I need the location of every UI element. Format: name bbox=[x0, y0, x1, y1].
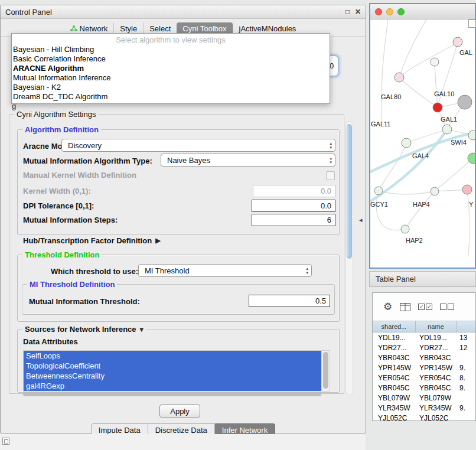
desktop: Control Panel □ ✕ Network Style Select bbox=[0, 0, 476, 450]
network-edge[interactable] bbox=[435, 62, 438, 107]
network-view-button[interactable] bbox=[468, 19, 476, 28]
network-node[interactable] bbox=[462, 185, 472, 194]
popup-item[interactable]: Mutual Information Inference bbox=[12, 73, 330, 83]
popup-item[interactable]: Basic Correlation Inference bbox=[12, 54, 330, 64]
mi-steps-field[interactable]: 6 bbox=[252, 214, 335, 226]
scrollbar-thumb[interactable] bbox=[347, 124, 352, 259]
network-node[interactable] bbox=[453, 37, 462, 47]
table-row[interactable]: YDR27...YDR27...12 bbox=[373, 343, 475, 353]
table-cell: 9. bbox=[457, 384, 475, 392]
popup-item[interactable]: Dream8 DC_TDC Algorithm bbox=[12, 92, 330, 102]
table-row[interactable]: YJL052CYJL052C bbox=[373, 413, 475, 421]
group-title: Cyni Algorithm Settings bbox=[14, 110, 98, 119]
network-edge[interactable] bbox=[399, 19, 426, 77]
column-header[interactable] bbox=[457, 321, 475, 332]
table-cell: YBR043C bbox=[416, 354, 457, 362]
network-edge[interactable] bbox=[382, 19, 388, 123]
table-panel-titlebar[interactable]: Table Panel bbox=[369, 271, 476, 287]
network-canvas[interactable]: GALGAL80GAL10GAL11GAL1SWI4GAL4GCY1HAP4YH… bbox=[370, 19, 475, 268]
popup-placeholder-item[interactable]: Select algorithm to view settings bbox=[12, 35, 330, 45]
field-value: 6 bbox=[327, 216, 331, 224]
network-node[interactable] bbox=[431, 187, 439, 195]
table-row[interactable]: YLR345WYLR345W9. bbox=[373, 403, 475, 413]
table-panel-title: Table Panel bbox=[376, 275, 416, 283]
kernel-width-field[interactable]: 0.0 bbox=[253, 185, 335, 197]
table-row[interactable]: YER054CYER054C8. bbox=[373, 373, 475, 383]
manual-kernel-width-checkbox[interactable] bbox=[326, 171, 335, 180]
network-edge[interactable] bbox=[405, 191, 435, 229]
minimize-traffic-light[interactable] bbox=[386, 8, 393, 15]
mi-algorithm-type-combo[interactable]: Naive Bayes ▴▾ bbox=[161, 154, 335, 167]
table-options-gear-icon[interactable]: ⚙ bbox=[383, 302, 392, 312]
network-node[interactable] bbox=[433, 103, 442, 112]
table-cell: YJL052C bbox=[416, 414, 457, 422]
table-row[interactable]: YBR045CYBR045C9. bbox=[373, 383, 475, 393]
list-item[interactable]: BetweennessCentrality bbox=[24, 371, 330, 381]
bottom-strip bbox=[0, 434, 366, 450]
list-horizontal-scrollbar[interactable] bbox=[23, 392, 330, 396]
hub-definition-toggle[interactable]: Hub/Transcription Factor Definition ▶ bbox=[23, 236, 161, 245]
float-window-icon[interactable]: □ bbox=[345, 8, 350, 16]
data-attributes-label: Data Attributes bbox=[23, 337, 78, 346]
network-edge[interactable] bbox=[376, 191, 405, 230]
zoom-traffic-light[interactable] bbox=[397, 8, 405, 15]
network-edge[interactable] bbox=[467, 190, 470, 256]
table-row[interactable]: YBR043CYBR043C bbox=[373, 353, 475, 363]
table-cell: YER054C bbox=[416, 374, 457, 382]
deselect-all-icon[interactable] bbox=[440, 304, 454, 310]
table-cell: YDR27... bbox=[416, 344, 457, 352]
apply-button[interactable]: Apply bbox=[159, 404, 200, 418]
list-item[interactable]: TopologicalCoefficient bbox=[24, 361, 330, 371]
network-node-label: GAL10 bbox=[434, 90, 454, 97]
list-item[interactable]: SelfLoops bbox=[24, 351, 330, 361]
network-node[interactable] bbox=[374, 187, 383, 195]
popup-item[interactable]: Bayesian - Hill Climbing bbox=[12, 45, 330, 54]
table-cell: YJL052C bbox=[373, 414, 416, 422]
mi-threshold-label: Mutual Information Threshold: bbox=[29, 297, 140, 306]
column-header[interactable]: name bbox=[416, 321, 457, 332]
network-node[interactable] bbox=[431, 58, 439, 66]
popup-item[interactable]: ARACNE Algorithm bbox=[12, 64, 330, 73]
table-panel: ⚙ ✓✓ shared... name YDL19...YDL19...13YD… bbox=[372, 292, 476, 421]
network-edge[interactable] bbox=[399, 77, 438, 107]
mi-threshold-field[interactable]: 0.5 bbox=[249, 295, 330, 307]
column-header[interactable]: shared... bbox=[373, 321, 416, 332]
combo-value: Discovery bbox=[68, 141, 102, 150]
table-row[interactable]: YPR145WYPR145W9. bbox=[373, 363, 475, 373]
dpi-tolerance-field[interactable]: 0.0 bbox=[252, 200, 335, 212]
control-panel-titlebar[interactable]: Control Panel □ ✕ bbox=[1, 5, 366, 19]
manual-kernel-width-label: Manual Kernel Width Definition bbox=[23, 171, 136, 180]
network-view-window: GALGAL80GAL10GAL11GAL1SWI4GAL4GCY1HAP4YH… bbox=[369, 3, 476, 269]
sources-toggle[interactable]: Sources for Network Inference ▼ bbox=[22, 325, 147, 334]
select-all-icon[interactable]: ✓✓ bbox=[418, 304, 432, 310]
network-node[interactable] bbox=[442, 125, 452, 134]
chevron-down-icon: ▼ bbox=[138, 326, 145, 333]
network-node-label: SWI4 bbox=[451, 139, 467, 146]
popup-item[interactable]: Bayesian - K2 bbox=[12, 83, 330, 92]
network-window-titlebar[interactable] bbox=[370, 4, 475, 19]
split-divider-collapse-icon[interactable]: ◂ bbox=[359, 216, 363, 224]
close-icon[interactable]: ✕ bbox=[355, 8, 361, 16]
network-node[interactable] bbox=[395, 73, 404, 82]
table-row[interactable]: YDL19...YDL19...13 bbox=[373, 332, 475, 343]
scrollbar-thumb[interactable] bbox=[23, 392, 321, 396]
scrollbar-thumb[interactable] bbox=[323, 352, 328, 389]
panel-restore-icon[interactable] bbox=[2, 438, 9, 445]
settings-vertical-scrollbar[interactable] bbox=[345, 121, 353, 395]
network-node-label: Y bbox=[469, 201, 474, 208]
column-selector-icon[interactable] bbox=[400, 303, 410, 311]
control-panel-window: Control Panel □ ✕ Network Style Select bbox=[0, 5, 366, 433]
network-node[interactable] bbox=[458, 95, 472, 109]
group-title: MI Threshold Definition bbox=[27, 280, 117, 289]
network-node[interactable] bbox=[468, 131, 475, 140]
tab-label: Infer Network bbox=[222, 426, 268, 435]
aracne-mode-combo[interactable]: Discovery ▴▾ bbox=[61, 139, 335, 152]
network-node[interactable] bbox=[402, 138, 411, 148]
list-item[interactable]: gal4RGexp bbox=[24, 381, 330, 391]
close-traffic-light[interactable] bbox=[375, 8, 382, 15]
table-row[interactable]: YBL079WYBL079W bbox=[373, 393, 475, 403]
list-vertical-scrollbar[interactable] bbox=[321, 351, 330, 391]
network-node[interactable] bbox=[401, 225, 409, 233]
sources-title: Sources for Network Inference bbox=[25, 325, 136, 334]
which-threshold-combo[interactable]: MI Threshold ▴▾ bbox=[138, 264, 312, 277]
